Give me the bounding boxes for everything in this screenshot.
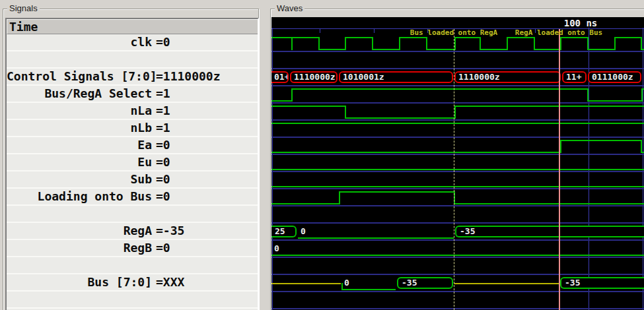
marker-label-1: RegA loaded onto Bus xyxy=(515,28,602,37)
wave-clk-edge xyxy=(318,37,320,50)
wave-clk xyxy=(480,49,507,50)
wave-clk xyxy=(372,49,399,50)
value-segment-bus: -35 xyxy=(397,277,453,289)
wave-clk-edge xyxy=(480,37,481,50)
wave-loading-onto-bus xyxy=(454,203,644,204)
wave-nla-edge xyxy=(345,106,346,119)
signal-name: nLb xyxy=(7,120,156,136)
signal-row-loading-onto-bus[interactable]: Loading onto Bus=0 xyxy=(7,189,258,206)
signal-row-nla[interactable]: nLa=1 xyxy=(7,103,258,120)
wave-clk xyxy=(399,37,426,38)
value-label-bus: 0 xyxy=(344,278,349,288)
signal-value: =1 xyxy=(156,103,170,119)
row-separator xyxy=(271,137,644,138)
signal-row-clk[interactable]: clk=0 xyxy=(7,34,258,51)
timeline-tick xyxy=(320,29,320,33)
wave-ea-edge xyxy=(560,140,561,153)
value-label-rega: 0 xyxy=(301,226,306,236)
row-separator xyxy=(271,119,644,121)
signal-name: clk xyxy=(7,34,156,50)
row-separator xyxy=(271,257,644,258)
wave-clk-edge xyxy=(587,37,589,50)
wave-clk-edge xyxy=(372,37,373,50)
wave-bus-rega-select xyxy=(271,100,291,102)
time-column-header[interactable]: Time xyxy=(7,19,258,34)
signal-value: =0 xyxy=(156,34,170,50)
wave-nla xyxy=(454,106,644,107)
row-separator xyxy=(271,171,644,172)
signal-row-regb[interactable]: RegB=0 xyxy=(7,240,258,257)
marker-cursor-dashed[interactable] xyxy=(454,29,454,310)
marker-label-0: Bus loaded onto RegA xyxy=(410,28,497,37)
row-separator xyxy=(271,188,644,189)
signal-row-bus-7-0-[interactable]: Bus [7:0]=XXX xyxy=(7,274,258,292)
wave-clk-edge xyxy=(560,37,561,50)
wave-bus-rega-select xyxy=(587,100,641,102)
signal-row-blank xyxy=(7,292,258,309)
signal-name: Ea xyxy=(7,137,156,153)
signal-value: =0 xyxy=(156,137,170,153)
wave-bus-rega-select-edge xyxy=(641,88,643,102)
wave-clk xyxy=(318,49,345,50)
wave-clk xyxy=(345,37,372,38)
wave-canvas[interactable]: 100 ns01+1110000z1010001z1110000z11+0111… xyxy=(271,17,644,310)
row-separator xyxy=(271,308,644,309)
value-segment-rega: 25 xyxy=(271,226,297,237)
row-separator xyxy=(271,291,644,292)
wave-nla xyxy=(345,117,454,119)
row-separator xyxy=(271,85,644,86)
wave-clk-tick xyxy=(291,37,293,50)
signal-row-bus-rega-select[interactable]: Bus/RegA Select=1 xyxy=(7,86,258,103)
value-segment-rega: -35 xyxy=(455,226,644,237)
signal-row-ea[interactable]: Ea=0 xyxy=(7,137,258,154)
signal-name: Loading onto Bus xyxy=(7,189,156,204)
wave-clk xyxy=(507,37,534,38)
wave-clk-edge xyxy=(641,37,642,50)
wave-eu xyxy=(271,169,644,170)
value-edge-bus xyxy=(341,283,343,290)
wave-clk xyxy=(587,49,614,50)
signal-list[interactable]: Time clk=0Control Signals [7:0]=1110000z… xyxy=(5,18,259,310)
signal-name: Eu xyxy=(7,154,156,170)
wave-clk-edge xyxy=(534,37,535,50)
row-separator xyxy=(271,274,644,275)
wave-loading-onto-bus xyxy=(271,203,339,204)
row-separator xyxy=(271,68,644,69)
value-z-bus xyxy=(454,283,559,284)
value-low-rega xyxy=(298,237,454,239)
value-low-bus xyxy=(341,289,396,290)
signal-row-blank xyxy=(7,257,258,274)
wave-ea xyxy=(271,152,560,153)
wave-clk xyxy=(271,37,318,38)
bus-segment-control-signals: 01+ xyxy=(271,71,289,83)
marker-cursor-solid[interactable] xyxy=(559,29,560,310)
wave-clk-edge xyxy=(345,37,346,50)
wave-nla xyxy=(271,106,345,107)
signal-value: =-35 xyxy=(156,223,184,239)
signal-row-eu[interactable]: Eu=0 xyxy=(7,154,258,171)
wave-clk-edge xyxy=(614,37,616,50)
signal-row-control-signals-7-0-[interactable]: Control Signals [7:0]=1110000z xyxy=(7,69,258,86)
row-separator xyxy=(271,205,644,206)
signal-row-blank xyxy=(7,206,258,223)
bus-segment-control-signals: 1110000z xyxy=(290,71,338,83)
signal-row-sub[interactable]: Sub=0 xyxy=(7,171,258,189)
wave-bus-rega-select-edge xyxy=(291,88,293,102)
signal-value: =0 xyxy=(156,171,170,187)
row-separator xyxy=(271,102,644,104)
signal-name: nLa xyxy=(7,103,156,119)
bus-segment-control-signals: 11+ xyxy=(562,71,587,83)
timeline-tick xyxy=(643,29,643,33)
signal-name: Bus/RegA Select xyxy=(7,86,156,102)
wave-ea xyxy=(560,140,641,141)
signal-row-rega[interactable]: RegA=-35 xyxy=(7,223,258,240)
signal-value: =0 xyxy=(156,154,170,170)
value-segment-bus: -35 xyxy=(560,277,644,289)
signal-row-nlb[interactable]: nLb=1 xyxy=(7,120,258,137)
signal-value: =1110000z xyxy=(156,69,221,84)
wave-clk-edge xyxy=(507,37,508,50)
wave-clk xyxy=(560,37,587,38)
wave-sub xyxy=(271,186,644,187)
wave-loading-onto-bus xyxy=(339,191,454,193)
wave-clk xyxy=(534,49,560,50)
